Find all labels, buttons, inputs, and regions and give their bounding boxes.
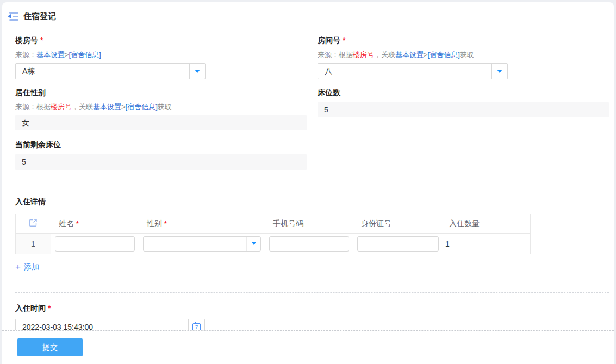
link-basic-settings[interactable]: 基本设置 (395, 51, 424, 59)
field-building: 楼房号* 来源：基本设置>[宿舍信息] A栋 (15, 35, 307, 79)
col-header-id-card: 身份证号 (353, 214, 441, 234)
caret-down-icon (252, 242, 256, 245)
plus-icon: + (15, 262, 21, 272)
room-select-value: 八 (318, 64, 491, 79)
details-section-title: 入住详情 (15, 196, 609, 207)
col-header-phone: 手机号码 (265, 214, 353, 234)
details-table: 姓名* 性别* 手机号码 身份证号 入住数量 1 (15, 214, 531, 254)
required-asterisk: * (48, 304, 51, 312)
room-select[interactable]: 八 (318, 63, 508, 79)
form-footer: 提交 (2, 330, 614, 364)
building-select-caret[interactable] (189, 64, 205, 79)
building-label: 楼房号* (15, 35, 307, 46)
gender-cell (139, 234, 265, 254)
name-cell (51, 234, 139, 254)
form-content: 楼房号* 来源：基本设置>[宿舍信息] A栋 房间号* 来源：根据楼房号，关联基… (2, 30, 614, 330)
beds-label: 床位数 (318, 87, 609, 98)
checkin-time-label: 入住时间* (15, 303, 609, 313)
menu-fold-icon[interactable] (8, 12, 18, 21)
section-divider (15, 292, 609, 293)
link-basic-settings[interactable]: 基本设置 (93, 103, 121, 111)
col-header-gender: 性别* (139, 214, 265, 234)
datetime-picker: 7 (15, 319, 609, 330)
row-gender-select-value (144, 237, 246, 251)
row-index: 1 (16, 234, 51, 254)
required-asterisk: * (164, 220, 167, 228)
caret-down-icon (497, 70, 502, 73)
field-remaining: 当前剩余床位 5 (15, 139, 307, 170)
registration-card: 住宿登记 楼房号* 来源：基本设置>[宿舍信息] A栋 房间号* (2, 2, 614, 364)
required-asterisk: * (40, 36, 43, 45)
field-room: 房间号* 来源：根据楼房号，关联基本设置>[宿舍信息]获取 八 (318, 35, 609, 79)
link-dorm-info[interactable]: [宿舍信息] (428, 51, 460, 59)
expand-table-header-cell (16, 214, 51, 234)
add-row-label: 添加 (24, 262, 39, 272)
remaining-value: 5 (15, 154, 307, 170)
remaining-label: 当前剩余床位 (15, 139, 307, 150)
row-gender-select-caret[interactable] (246, 237, 260, 251)
building-select[interactable]: A栋 (15, 63, 206, 79)
building-source-hint: 来源：基本设置>[宿舍信息] (15, 50, 307, 60)
phone-cell (265, 234, 353, 254)
field-checkin-time: 入住时间* 7 (15, 303, 609, 330)
link-dorm-info[interactable]: [宿舍信息] (69, 51, 101, 59)
link-basic-settings[interactable]: 基本设置 (36, 51, 65, 59)
quantity-value: 1 (441, 234, 531, 254)
submit-button[interactable]: 提交 (17, 338, 83, 356)
required-asterisk: * (76, 220, 79, 228)
caret-down-icon (195, 70, 200, 73)
external-link-icon[interactable] (29, 218, 38, 227)
room-label: 房间号* (318, 35, 609, 46)
checkin-time-input[interactable] (15, 319, 189, 330)
field-beds: 床位数 5 (318, 87, 609, 130)
page-title: 住宿登记 (23, 11, 56, 22)
building-select-value: A栋 (16, 64, 189, 79)
phone-input[interactable] (269, 236, 349, 252)
gender-label: 居住性别 (15, 87, 307, 98)
table-row: 1 1 (16, 234, 531, 254)
room-select-caret[interactable] (491, 64, 507, 79)
calendar-button[interactable]: 7 (189, 319, 205, 330)
room-source-hint: 来源：根据楼房号，关联基本设置>[宿舍信息]获取 (318, 50, 609, 60)
section-divider (15, 187, 609, 187)
calendar-icon: 7 (192, 323, 201, 330)
field-gender: 居住性别 来源：根据楼房号，关联基本设置>[宿舍信息]获取 女 (15, 87, 307, 130)
col-header-quantity: 入住数量 (441, 214, 531, 234)
gender-source-hint: 来源：根据楼房号，关联基本设置>[宿舍信息]获取 (15, 102, 307, 112)
col-header-name: 姓名* (51, 214, 139, 234)
details-header-row: 姓名* 性别* 手机号码 身份证号 入住数量 (16, 214, 531, 234)
link-dorm-info[interactable]: [宿舍信息] (126, 103, 158, 111)
name-input[interactable] (55, 236, 135, 252)
id-card-input[interactable] (357, 236, 439, 252)
gender-value: 女 (15, 115, 307, 130)
page-header: 住宿登记 (2, 2, 614, 30)
beds-value: 5 (318, 102, 609, 117)
required-asterisk: * (343, 36, 345, 45)
add-row-button[interactable]: + 添加 (15, 262, 53, 273)
row-gender-select[interactable] (143, 236, 261, 252)
id-card-cell (353, 234, 441, 254)
